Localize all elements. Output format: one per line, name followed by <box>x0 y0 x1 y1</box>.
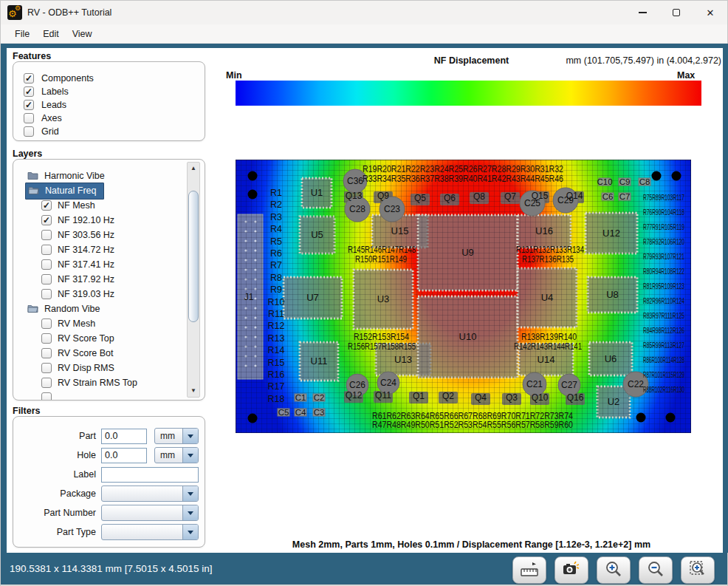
menu-file[interactable]: File <box>10 27 35 41</box>
layer-checkbox-rv-disp-rms[interactable] <box>41 363 52 373</box>
layer-checkbox-nf-303-56-hz[interactable] <box>41 230 52 240</box>
pcb-viewport[interactable]: U1U5U7U11U15U3U13U9U10U16U4U14U12U8U6U2J… <box>236 160 691 433</box>
unit-select-part[interactable]: mm <box>154 428 199 444</box>
measure-button[interactable] <box>512 556 546 584</box>
pcb-label: R33R34R35R36R37R38R39R40R41R42R43R44R45R… <box>363 174 563 184</box>
pcb-label: J1 <box>244 292 254 302</box>
pcb-label: Q5 <box>414 193 426 203</box>
layer-checkbox-rv-score-bot[interactable] <box>41 348 52 358</box>
pcb-label: U4 <box>541 292 554 303</box>
pcb-label: Q1 <box>413 391 425 401</box>
layer-checkbox-rv-score-top[interactable] <box>41 333 52 344</box>
layer-row-nf-317-92-hz: NF 317.92 Hz <box>21 272 190 287</box>
layer-label: NF 192.10 Hz <box>58 215 114 225</box>
pcb-label: Q12 <box>346 390 363 401</box>
feature-checkbox-axes[interactable] <box>24 113 34 123</box>
filter-label-hole: Hole <box>13 450 96 460</box>
maximize-button[interactable] <box>659 1 693 24</box>
layers-section-label: Layers <box>13 149 42 159</box>
pcb-label: U9 <box>461 247 474 258</box>
pcb-label: C36 <box>347 176 363 186</box>
pcb-label: U3 <box>377 293 390 304</box>
mount-hole <box>666 413 676 423</box>
filter-select-button[interactable] <box>182 486 198 501</box>
pcb-label: R14 <box>268 345 285 355</box>
pcb-label: R8 <box>270 273 282 283</box>
pcb-label: R150R151R149 <box>355 254 407 265</box>
zoom-window-button[interactable] <box>681 556 715 584</box>
unit-select-button[interactable] <box>182 448 198 463</box>
layer-folder-random-vibe[interactable]: Random Vibe <box>25 301 108 317</box>
minimize-icon <box>639 12 647 13</box>
layer-row-random-vibe: Random Vibe <box>21 301 190 316</box>
pcb-label: U6 <box>605 353 617 364</box>
menu-edit[interactable]: Edit <box>38 27 64 41</box>
pcb-label: C6 <box>602 192 614 201</box>
scroll-thumb[interactable] <box>188 191 199 322</box>
layer-row-rv-score-bot: RV Score Bot <box>21 346 190 361</box>
filter-input-part[interactable] <box>101 429 147 444</box>
layer-label: NF 303.56 Hz <box>58 230 114 240</box>
filter-select-part-number[interactable] <box>101 505 199 521</box>
layer-checkbox-rv-mesh[interactable] <box>41 318 52 329</box>
pcb-label: R2 <box>270 200 282 210</box>
unit-select-value: mm <box>155 431 182 441</box>
chevron-down-icon <box>188 435 193 438</box>
filter-row-hole: Holemm <box>13 447 205 463</box>
layer-checkbox-rv-strain-rms-top[interactable] <box>41 378 52 388</box>
chevron-down-icon <box>188 531 193 534</box>
menu-view[interactable]: View <box>67 27 97 41</box>
pcb-label: R3 <box>270 212 282 222</box>
close-button[interactable]: ✕ <box>693 1 727 24</box>
feature-checkbox-grid[interactable] <box>24 126 34 137</box>
filter-input-hole[interactable] <box>101 448 147 463</box>
folder-icon <box>27 171 38 180</box>
layer-checkbox-nf-192-10-hz[interactable]: ✓ <box>41 215 52 225</box>
zoom-in-button[interactable] <box>597 556 631 584</box>
layer-folder-harmonic-vibe[interactable]: Harmonic Vibe <box>25 168 112 184</box>
layer-row-row15 <box>21 390 190 400</box>
pcb-label: R137R136R135 <box>522 254 574 265</box>
minimize-button[interactable] <box>625 1 659 24</box>
layer-folder-natural-freq[interactable]: Natural Freq <box>25 183 104 200</box>
feature-label: Labels <box>41 86 69 97</box>
window-title: RV - ODB++ Tutorial <box>27 7 111 18</box>
pcb-label: U15 <box>391 225 409 236</box>
filter-select-package[interactable] <box>101 486 199 502</box>
layer-row-nf-319-03-hz: NF 319.03 Hz <box>21 287 190 301</box>
feature-checkbox-labels[interactable]: ✓ <box>24 86 34 97</box>
feature-checkbox-leads[interactable]: ✓ <box>24 100 34 110</box>
feature-checkbox-components[interactable]: ✓ <box>24 73 34 84</box>
layer-label: NF 319.03 Hz <box>58 289 114 299</box>
pcb-label: C8 <box>639 177 650 186</box>
layer-checkbox-nf-317-41-hz[interactable] <box>41 259 52 270</box>
layer-checkbox-nf-mesh[interactable]: ✓ <box>41 200 52 211</box>
content-frame: Features ✓Components✓Labels✓LeadsAxesGri… <box>1 44 728 553</box>
feature-label: Grid <box>41 126 59 137</box>
pcb-label: Q16 <box>567 392 584 403</box>
filter-select-button[interactable] <box>182 525 198 539</box>
unit-select-button[interactable] <box>182 429 198 443</box>
pcb-canvas[interactable]: U1U5U7U11U15U3U13U9U10U16U4U14U12U8U6U2J… <box>236 160 691 433</box>
features-section-label: Features <box>13 51 51 61</box>
folder-icon <box>28 184 39 197</box>
pcb-label: R6 <box>270 248 282 259</box>
layers-scrollbar[interactable]: ▲ ▼ <box>187 162 200 398</box>
filter-select-button[interactable] <box>182 505 198 520</box>
mount-hole <box>248 414 258 423</box>
mount-hole <box>636 413 646 423</box>
layer-checkbox-nf-319-03-hz[interactable] <box>41 289 52 299</box>
layer-checkbox-nf-314-72-hz[interactable] <box>41 245 52 255</box>
filter-input-label[interactable] <box>101 467 199 483</box>
pcb-label: U7 <box>306 292 319 303</box>
snapshot-button[interactable] <box>554 556 588 584</box>
pcb-label: R142R143R144R141 <box>514 341 582 352</box>
filter-row-part: Partmm <box>13 428 205 444</box>
layer-checkbox-nf-317-92-hz[interactable] <box>41 274 52 285</box>
filter-select-part-type[interactable] <box>101 524 199 540</box>
scroll-up-button[interactable]: ▲ <box>188 163 199 174</box>
zoom-out-button[interactable] <box>639 556 673 584</box>
layer-checkbox-row15[interactable] <box>41 392 52 400</box>
unit-select-hole[interactable]: mm <box>154 447 199 463</box>
scroll-down-button[interactable]: ▼ <box>188 385 199 397</box>
